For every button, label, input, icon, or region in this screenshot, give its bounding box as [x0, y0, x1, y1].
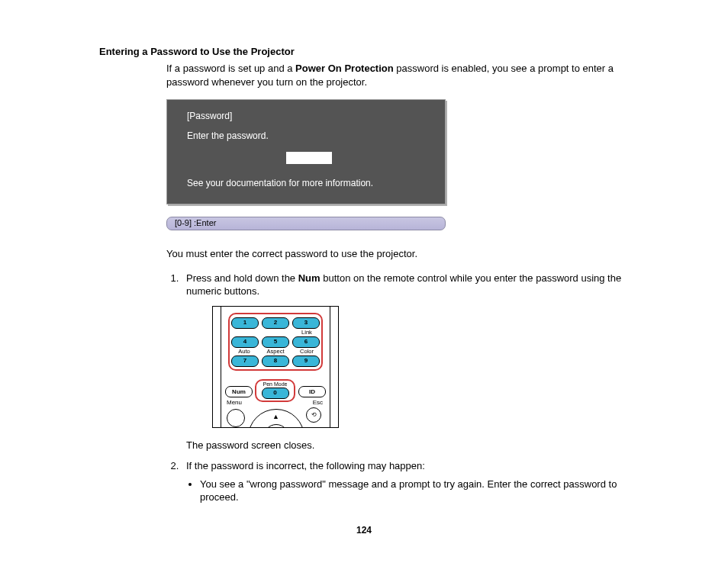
intro-bold: Power On Protection	[295, 63, 394, 74]
sublabel-blank-1	[231, 330, 257, 336]
arrow-up-icon: ▲	[272, 412, 279, 421]
key-5: 5	[262, 336, 289, 348]
step1-bold: Num	[298, 272, 321, 284]
step1-result: The password screen closes.	[186, 439, 656, 452]
osd-prompt: Enter the password.	[187, 130, 431, 141]
key-4: 4	[231, 336, 259, 348]
sublabel-auto: Auto	[231, 349, 257, 355]
steps-list: Press and hold down the Num button on th…	[166, 272, 656, 504]
sublabel-color-mode: Color Mode	[294, 349, 320, 355]
numeric-keypad-highlight: 1 2 3 Link Menu 4 5 6 Au	[228, 313, 323, 371]
section-heading: Entering a Password to Use the Projector	[99, 46, 656, 57]
step2-bullet-1: You see a "wrong password" message and a…	[200, 478, 656, 504]
id-button: ID	[298, 386, 326, 397]
key-2: 2	[262, 317, 289, 329]
num-button: Num	[225, 386, 253, 397]
sublabel-link-menu: Link Menu	[294, 330, 320, 336]
step-2: If the password is incorrect, the follow…	[182, 459, 656, 504]
key-1: 1	[231, 317, 259, 329]
osd-screen: [Password] Enter the password. See your …	[166, 99, 446, 204]
esc-label: Esc	[313, 399, 323, 407]
menu-label: Menu	[227, 399, 242, 407]
step1-pre: Press and hold down the	[186, 272, 298, 284]
bottom-button-row: Num ID	[225, 386, 326, 397]
key-3: 3	[292, 317, 320, 329]
document-page: Entering a Password to Use the Projector…	[0, 0, 728, 563]
osd-password-input	[286, 152, 332, 164]
key-6: 6	[292, 336, 320, 348]
sublabel-blank-2	[263, 330, 288, 336]
sublabel-aspect: Aspect	[263, 349, 288, 355]
osd-figure: [Password] Enter the password. See your …	[166, 99, 446, 230]
remote-body-edge-left	[221, 306, 221, 428]
step2-bullets: You see a "wrong password" message and a…	[188, 478, 656, 504]
intro-paragraph: If a password is set up and a Power On P…	[166, 62, 656, 88]
step-1: Press and hold down the Num button on th…	[182, 272, 656, 452]
menu-button-circle	[227, 409, 245, 427]
remote-body-edge-right	[330, 306, 330, 428]
step2-text: If the password is incorrect, the follow…	[186, 460, 425, 471]
remote-figure: 1 2 3 Link Menu 4 5 6 Au	[212, 306, 339, 428]
key-7: 7	[231, 355, 259, 367]
esc-button: ⟲	[306, 407, 321, 423]
intro-pre: If a password is set up and a	[166, 63, 295, 74]
key-8: 8	[262, 355, 289, 367]
key-9: 9	[292, 355, 320, 367]
osd-title: [Password]	[187, 111, 431, 121]
page-number: 124	[0, 525, 728, 536]
after-osd-paragraph: You must enter the correct password to u…	[166, 247, 656, 261]
osd-hint: See your documentation for more informat…	[187, 178, 431, 188]
osd-help-bar: [0-9] :Enter	[166, 217, 446, 230]
